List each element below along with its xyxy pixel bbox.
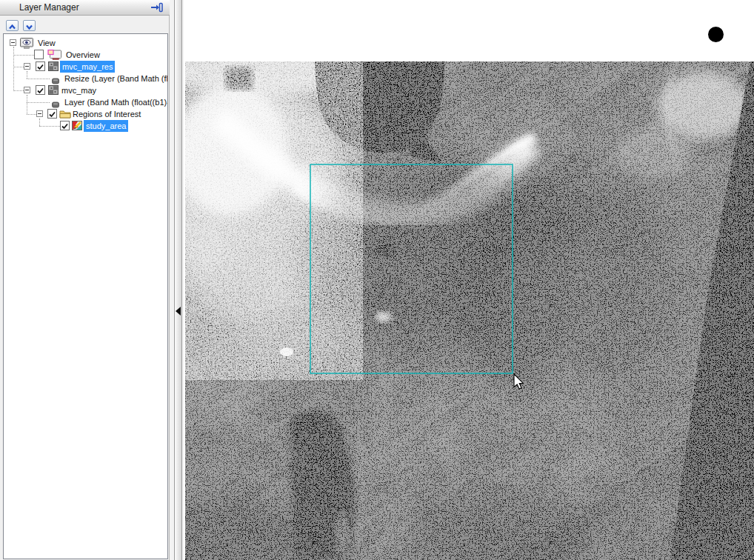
tree-item-label: Layer (Band Math (float((b1)- [64,96,168,108]
tree-item-mvc-may[interactable]: mvc_may [4,84,167,96]
collapse-all-button[interactable] [6,20,19,31]
satellite-image[interactable] [185,61,754,560]
annotation-dot [708,27,724,42]
envi-window: Layer Manager [0,0,754,560]
checkbox-checked[interactable] [60,121,70,130]
tree-item-band-math-layer[interactable]: Layer (Band Math (float((b1)- [4,96,167,108]
layer-tree: View Overview [3,33,168,559]
tree-item-resize-layer[interactable]: Resize (Layer (Band Math (fl [4,73,167,84]
layer-manager-panel: Layer Manager [0,0,170,560]
expander-minus-icon[interactable] [24,87,30,93]
roi-icon [72,121,82,133]
checkbox-checked[interactable] [36,61,45,71]
checkbox-checked[interactable] [36,85,45,95]
tree-item-label-selected: study_area [84,120,128,132]
chevron-up-icon [7,21,17,33]
layer-manager-titlebar[interactable]: Layer Manager [0,0,170,16]
tree-item-label: Overview [66,49,100,61]
tree-item-regions-of-interest[interactable]: Regions of Interest [4,108,167,120]
tree-item-mvc-may-res[interactable]: mvc_may_res [4,61,167,73]
tree-item-label: View [38,37,56,49]
auto-hide-icon[interactable] [150,2,163,13]
tree-item-label: mvc_may [61,84,96,96]
collapse-arrow-icon[interactable] [176,307,181,316]
panel-splitter[interactable] [170,0,184,560]
splitter-bar[interactable] [174,0,182,560]
expander-minus-icon[interactable] [10,39,16,46]
expander-minus-icon[interactable] [24,63,30,70]
tree-item-label: Resize (Layer (Band Math (fl [64,73,168,84]
tree-item-view[interactable]: View [4,37,167,49]
chevron-down-icon [24,21,34,33]
tree-item-overview[interactable]: Overview [4,49,167,61]
tree-item-label: Regions of Interest [73,108,141,120]
image-viewport[interactable] [184,0,754,560]
panel-title: Layer Manager [19,2,79,13]
checkbox-checked[interactable] [47,109,57,119]
expand-all-button[interactable] [23,20,36,31]
tree-item-study-area[interactable]: study_area [4,120,167,132]
expander-minus-icon[interactable] [36,110,43,117]
checkbox-unchecked[interactable] [34,50,44,59]
tree-item-label-selected: mvc_may_res [60,61,115,73]
